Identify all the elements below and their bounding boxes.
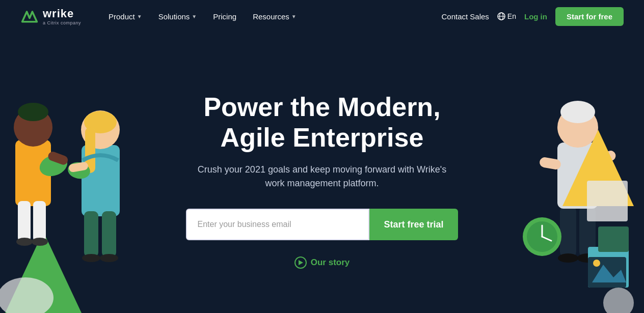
nav-pricing[interactable]: Pricing: [206, 8, 244, 25]
login-button[interactable]: Log in: [524, 12, 547, 21]
svg-point-9: [16, 238, 33, 246]
nav-right: Contact Sales En Log in Start for free: [441, 7, 624, 26]
start-free-button[interactable]: Start for free: [555, 7, 624, 26]
svg-rect-16: [84, 211, 98, 257]
wrike-logo-icon: [20, 7, 39, 25]
svg-rect-42: [587, 181, 628, 221]
svg-marker-0: [22, 12, 37, 22]
nav-resources[interactable]: Resources ▼: [246, 8, 304, 25]
nav-product[interactable]: Product ▼: [101, 8, 149, 25]
our-story-label: Our story: [311, 258, 350, 268]
chevron-down-icon: ▼: [137, 14, 142, 19]
contact-sales-link[interactable]: Contact Sales: [441, 12, 489, 21]
illustration-left: [0, 33, 158, 313]
language-selector[interactable]: En: [497, 12, 516, 20]
svg-rect-25: [560, 206, 576, 257]
email-form: Start free trial: [186, 209, 458, 240]
globe-icon: [497, 12, 505, 20]
svg-point-19: [100, 254, 118, 262]
svg-rect-7: [18, 201, 31, 242]
chevron-down-icon: ▼: [192, 14, 197, 19]
hero-title: Power the Modern, Agile Enterprise: [203, 92, 440, 153]
start-trial-button[interactable]: Start free trial: [369, 209, 458, 240]
svg-point-10: [32, 238, 48, 246]
email-input[interactable]: [186, 209, 369, 240]
illustration-right: [512, 33, 644, 313]
play-triangle: [299, 260, 303, 265]
svg-point-12: [18, 103, 48, 121]
svg-rect-17: [102, 211, 116, 257]
play-icon: [294, 257, 307, 269]
svg-point-33: [560, 101, 595, 123]
logo-wordmark: wrike: [43, 7, 81, 20]
logo-text: wrike a Citrix company: [43, 7, 81, 25]
svg-point-45: [593, 260, 600, 267]
logo[interactable]: wrike a Citrix company: [20, 7, 81, 25]
svg-rect-8: [33, 201, 46, 242]
logo-sub: a Citrix company: [43, 20, 81, 25]
svg-point-27: [558, 253, 578, 263]
our-story-link[interactable]: Our story: [294, 257, 350, 269]
chevron-down-icon: ▼: [291, 14, 297, 19]
nav-links: Product ▼ Solutions ▼ Pricing Resources …: [101, 8, 441, 25]
navbar: wrike a Citrix company Product ▼ Solutio…: [0, 0, 644, 33]
svg-rect-36: [598, 226, 629, 252]
svg-point-18: [82, 254, 100, 262]
nav-solutions[interactable]: Solutions ▼: [151, 8, 204, 25]
hero-section: Power the Modern, Agile Enterprise Crush…: [0, 33, 644, 313]
lang-label: En: [507, 12, 516, 20]
hero-subtitle: Crush your 2021 goals and keep moving fo…: [195, 163, 449, 190]
svg-point-46: [603, 288, 634, 313]
